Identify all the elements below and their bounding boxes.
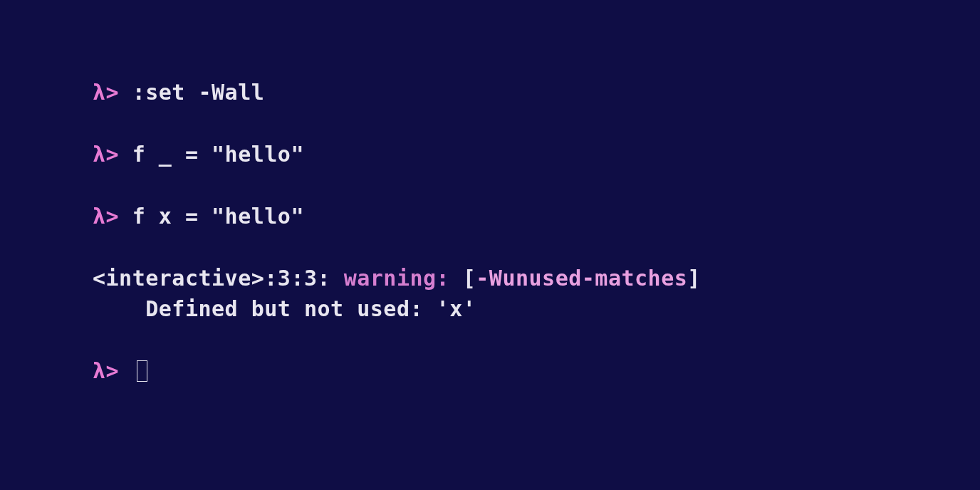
prompt: λ> [93,358,119,383]
warning-label: warning: [344,266,450,291]
command-text: :set -Wall [132,80,265,105]
bracket-open: [ [463,266,476,291]
repl-line-2: λ> f _ = "hello" [93,140,980,168]
command-text: f _ = "hello" [132,142,304,167]
repl-line-prompt[interactable]: λ> [93,357,980,385]
warning-flag: -Wunused-matches [476,266,687,291]
warning-detail: Defined but not used: 'x' [93,296,476,321]
warning-line-1: <interactive>:3:3: warning: [-Wunused-ma… [93,264,980,292]
warning-line-2: Defined but not used: 'x' [93,295,980,323]
repl-line-1: λ> :set -Wall [93,78,980,106]
prompt: λ> [93,80,119,105]
repl-line-3: λ> f x = "hello" [93,202,980,230]
prompt: λ> [93,142,119,167]
bracket-close: ] [687,266,701,291]
command-text: f x = "hello" [132,204,304,229]
warning-location: <interactive>:3:3: [93,266,330,291]
cursor-icon [137,360,147,382]
prompt: λ> [93,204,119,229]
